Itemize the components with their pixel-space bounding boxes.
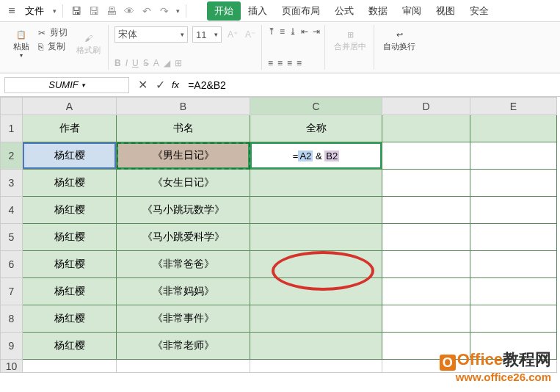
formula-input[interactable]: =A2&B2 — [182, 79, 560, 91]
cell-d5[interactable] — [382, 224, 470, 251]
cell-a2[interactable]: 杨红樱 — [23, 142, 117, 170]
cell-b6[interactable]: 《非常爸爸》 — [117, 251, 250, 278]
cell-b9[interactable]: 《非常老师》 — [117, 333, 250, 360]
decrease-font-icon[interactable]: A⁻ — [244, 28, 257, 41]
cell-a5[interactable]: 杨红樱 — [23, 224, 117, 251]
cell-a4[interactable]: 杨红樱 — [23, 197, 117, 224]
paste-button[interactable]: 📋 粘贴 ▾ — [10, 26, 32, 60]
cell-a10[interactable] — [23, 360, 117, 373]
cell-d3[interactable] — [382, 170, 470, 197]
cell-b2[interactable]: 《男生日记》 — [117, 142, 250, 170]
tab-start[interactable]: 开始 — [207, 1, 241, 21]
cell-b4[interactable]: 《马小跳玩数学》 — [117, 197, 250, 224]
hamburger-icon[interactable]: ≡ — [6, 5, 18, 17]
tab-security[interactable]: 安全 — [462, 1, 496, 21]
col-header-e[interactable]: E — [470, 98, 557, 115]
font-color-button[interactable]: A — [153, 58, 159, 68]
cell-e2[interactable] — [470, 142, 557, 170]
align-center-icon[interactable]: ≡ — [277, 58, 283, 68]
cell-c8[interactable] — [250, 305, 382, 333]
bold-button[interactable]: B — [114, 58, 121, 68]
row-header-7[interactable]: 7 — [1, 278, 23, 305]
copy-button[interactable]: ⎘ 复制 — [38, 40, 68, 53]
tab-formula[interactable]: 公式 — [327, 1, 361, 21]
undo-icon[interactable]: ↶ — [139, 4, 154, 18]
cell-b7[interactable]: 《非常妈妈》 — [117, 278, 250, 305]
cell-e5[interactable] — [470, 224, 557, 251]
row-header-2[interactable]: 2 — [1, 142, 23, 170]
cell-d6[interactable] — [382, 251, 470, 278]
cell-e4[interactable] — [470, 197, 557, 224]
align-left-icon[interactable]: ≡ — [268, 58, 273, 68]
cell-b1[interactable]: 书名 — [117, 115, 250, 142]
wrap-button[interactable]: ↩ 自动换行 — [380, 26, 418, 54]
cut-button[interactable]: ✂ 剪切 — [38, 26, 68, 39]
cell-c5[interactable] — [250, 224, 382, 251]
save-icon[interactable]: 🖫 — [69, 4, 84, 18]
redo-icon[interactable]: ↷ — [157, 4, 172, 18]
col-header-c[interactable]: C — [250, 98, 382, 115]
cell-d7[interactable] — [382, 278, 470, 305]
cell-d2[interactable] — [382, 142, 470, 170]
indent-right-icon[interactable]: ⇥ — [313, 26, 320, 37]
row-header-9[interactable]: 9 — [1, 333, 23, 360]
format-painter-button[interactable]: 🖌 格式刷 — [73, 26, 103, 60]
cell-e3[interactable] — [470, 170, 557, 197]
select-all-corner[interactable] — [1, 98, 23, 115]
font-size-select[interactable]: 11 ▾ — [192, 26, 222, 43]
cell-c1[interactable]: 全称 — [250, 115, 382, 142]
cell-c9[interactable] — [250, 333, 382, 360]
col-header-d[interactable]: D — [382, 98, 470, 115]
print-preview-icon[interactable]: 👁 — [122, 4, 137, 18]
cell-c3[interactable] — [250, 170, 382, 197]
name-box[interactable]: SUMIF ▾ — [4, 77, 129, 93]
cell-a1[interactable]: 作者 — [23, 115, 117, 142]
row-header-3[interactable]: 3 — [1, 170, 23, 197]
cell-e6[interactable] — [470, 251, 557, 278]
increase-font-icon[interactable]: A⁺ — [226, 28, 239, 41]
cell-c2[interactable]: =A2 & B2 — [250, 142, 382, 170]
row-header-1[interactable]: 1 — [1, 115, 23, 142]
file-menu[interactable]: 文件 — [21, 3, 48, 19]
chevron-down-icon[interactable]: ▾ — [176, 7, 180, 15]
tab-layout[interactable]: 页面布局 — [274, 1, 327, 21]
cell-d8[interactable] — [382, 305, 470, 333]
cell-b3[interactable]: 《女生日记》 — [117, 170, 250, 197]
cell-a7[interactable]: 杨红樱 — [23, 278, 117, 305]
cell-a9[interactable]: 杨红樱 — [23, 333, 117, 360]
tab-review[interactable]: 审阅 — [395, 1, 429, 21]
cell-e7[interactable] — [470, 278, 557, 305]
cell-b5[interactable]: 《马小跳爱科学》 — [117, 224, 250, 251]
font-name-select[interactable]: 宋体 ▾ — [114, 26, 188, 43]
cell-e8[interactable] — [470, 305, 557, 333]
col-header-b[interactable]: B — [117, 98, 250, 115]
cell-e1[interactable] — [470, 115, 557, 142]
tab-view[interactable]: 视图 — [429, 1, 462, 21]
align-right-icon[interactable]: ≡ — [287, 58, 292, 68]
italic-button[interactable]: I — [126, 58, 128, 68]
cell-b8[interactable]: 《非常事件》 — [117, 305, 250, 333]
cell-d4[interactable] — [382, 197, 470, 224]
align-middle-icon[interactable]: ≡ — [280, 26, 285, 37]
indent-left-icon[interactable]: ⇤ — [301, 26, 308, 37]
chevron-down-icon[interactable]: ▾ — [53, 7, 57, 15]
print-icon[interactable]: 🖶 — [104, 4, 119, 18]
formula-confirm-button[interactable]: ✓ — [151, 78, 169, 92]
tab-data[interactable]: 数据 — [361, 1, 395, 21]
fx-label[interactable]: fx — [172, 79, 179, 90]
cell-c10[interactable] — [250, 360, 382, 373]
row-header-10[interactable]: 10 — [1, 360, 23, 373]
cell-a3[interactable]: 杨红樱 — [23, 170, 117, 197]
cell-d1[interactable] — [382, 115, 470, 142]
underline-button[interactable]: U — [132, 58, 139, 68]
cell-c4[interactable] — [250, 197, 382, 224]
save-as-icon[interactable]: 🖫 — [87, 4, 101, 18]
cell-a6[interactable]: 杨红樱 — [23, 251, 117, 278]
justify-icon[interactable]: ≡ — [297, 58, 302, 68]
col-header-a[interactable]: A — [23, 98, 117, 115]
tab-insert[interactable]: 插入 — [241, 1, 274, 21]
row-header-5[interactable]: 5 — [1, 224, 23, 251]
merge-button[interactable]: ⊞ 合并居中 — [331, 26, 369, 54]
strikethrough-button[interactable]: S̶ — [143, 58, 149, 68]
row-header-4[interactable]: 4 — [1, 197, 23, 224]
